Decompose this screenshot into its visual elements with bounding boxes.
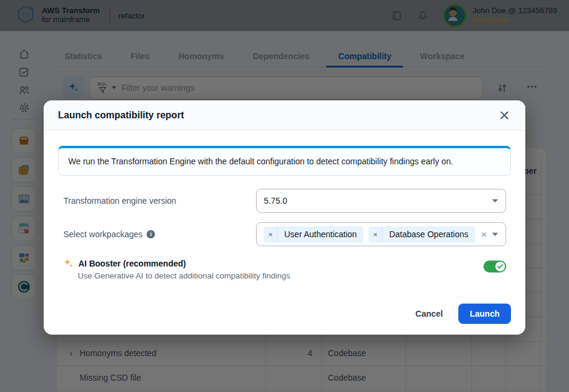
workpackages-field: Select workpackages i × User Authenticat… <box>58 222 511 246</box>
ai-booster-field: AI Booster (recommended) Use Generative … <box>58 258 511 280</box>
workpackages-label: Select workpackages <box>63 229 142 239</box>
chevron-down-icon <box>492 199 498 203</box>
modal-header: Launch compatibility report <box>44 100 525 130</box>
info-banner: We run the Transformation Engine with th… <box>58 146 511 176</box>
app-root: AWS Transform for mainframe refactor Joh… <box>0 0 569 392</box>
sparkles-icon <box>63 258 74 268</box>
toggle-knob <box>495 262 505 271</box>
workpackage-chip: × User Authentication <box>264 226 363 243</box>
cancel-button[interactable]: Cancel <box>413 304 445 323</box>
chip-label: User Authentication <box>278 229 363 239</box>
engine-version-label: Transformation engine version <box>63 196 256 206</box>
workpackages-multiselect[interactable]: × User Authentication × Database Operati… <box>256 222 506 246</box>
clear-selection-icon[interactable]: × <box>481 229 492 240</box>
engine-version-field: Transformation engine version 5.75.0 <box>58 189 511 213</box>
ai-booster-toggle[interactable] <box>483 261 506 272</box>
chevron-down-icon <box>492 232 498 237</box>
chip-label: Database Operations <box>382 229 474 239</box>
remove-chip-icon[interactable]: × <box>264 226 278 243</box>
engine-version-select[interactable]: 5.75.0 <box>256 189 506 213</box>
workpackage-chip: × Database Operations <box>369 226 474 243</box>
modal-close-icon[interactable] <box>498 109 511 122</box>
engine-version-value: 5.75.0 <box>264 196 287 206</box>
modal-body: We run the Transformation Engine with th… <box>44 130 525 280</box>
modal-title: Launch compatibility report <box>58 110 184 121</box>
workpackages-label-wrap: Select workpackages i <box>63 229 256 239</box>
info-icon[interactable]: i <box>147 230 155 238</box>
launch-button[interactable]: Launch <box>458 304 511 324</box>
info-banner-text: We run the Transformation Engine with th… <box>68 157 501 166</box>
modal-footer: Cancel Launch <box>44 304 525 335</box>
remove-chip-icon[interactable]: × <box>369 226 382 243</box>
ai-booster-description: Use Generative AI to detect additional c… <box>78 271 511 280</box>
launch-compatibility-report-modal: Launch compatibility report We run the T… <box>44 100 525 335</box>
ai-booster-title: AI Booster (recommended) <box>78 259 186 268</box>
